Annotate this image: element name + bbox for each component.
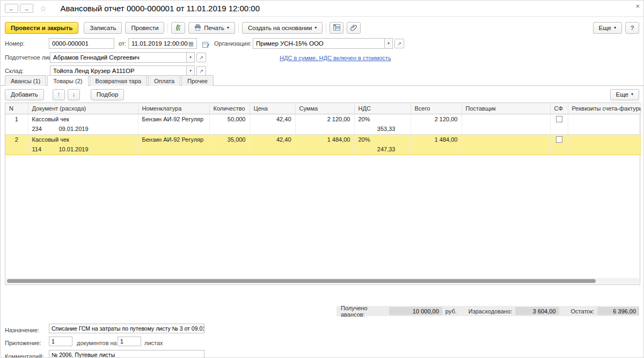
cell-n[interactable] — [5, 124, 28, 134]
organization-input[interactable]: Пример УСН-15% ООО — [253, 38, 385, 49]
cell-quantity[interactable] — [209, 124, 250, 134]
cell-sf[interactable] — [550, 144, 568, 155]
help-button[interactable]: ? — [625, 22, 639, 34]
edit-date-button[interactable] — [202, 39, 210, 50]
spreadsheet-report-button[interactable] — [330, 22, 343, 34]
person-dropdown-button[interactable]: ▾ — [187, 52, 195, 63]
cell-total[interactable]: 1 484,00 — [411, 134, 462, 144]
more-button[interactable]: Еще ▾ — [593, 22, 622, 34]
cell-nomenclature[interactable] — [138, 144, 209, 155]
cell-vat-rate[interactable]: 20% — [354, 134, 411, 144]
person-open-button[interactable]: ↗ — [196, 53, 206, 62]
cell-sf[interactable] — [550, 114, 568, 124]
organization-dropdown-button[interactable]: ▾ — [385, 38, 393, 49]
cell-sf[interactable] — [550, 134, 568, 144]
column-header-price[interactable]: Цена — [250, 103, 295, 114]
table-row[interactable]: 1 Кассовый чек Бензин АИ-92 Регуляр 50,0… — [5, 114, 641, 124]
organization-open-button[interactable]: ↗ — [394, 39, 404, 48]
cell-invoice-details[interactable] — [568, 124, 641, 134]
column-header-sum[interactable]: Сумма — [295, 103, 354, 114]
cell-quantity[interactable] — [209, 144, 250, 155]
table-row[interactable]: 23409.01.2019 353,33 — [5, 124, 641, 134]
cell-quantity[interactable]: 50,000 — [209, 114, 250, 124]
warehouse-open-button[interactable]: ↗ — [196, 66, 206, 76]
cell-nomenclature[interactable]: Бензин АИ-92 Регуляр — [138, 114, 209, 124]
warehouse-input[interactable]: Тойота Ленд Крузер А111ОР — [50, 65, 187, 76]
cell-nomenclature[interactable] — [138, 124, 209, 134]
cell-document[interactable]: Кассовый чек — [28, 134, 138, 144]
cell-total[interactable]: 2 120,00 — [411, 114, 462, 124]
tab-vozvratnaya-tara[interactable]: Возвратная тара — [90, 75, 148, 86]
table-row-selected[interactable]: 2 Кассовый чек Бензин АИ-92 Регуляр 35,0… — [5, 134, 641, 144]
cell-sum[interactable]: 2 120,00 — [295, 114, 354, 124]
cell-document-details[interactable]: 23409.01.2019 — [28, 124, 138, 134]
cell-supplier[interactable] — [462, 144, 550, 155]
tab-prochee[interactable]: Прочее — [181, 75, 214, 86]
favorite-star-icon[interactable]: ☆ — [40, 4, 47, 13]
post-button[interactable]: Провести — [125, 22, 164, 34]
forward-button[interactable]: → — [20, 4, 33, 13]
cell-total[interactable] — [411, 144, 462, 155]
sf-checkbox[interactable] — [556, 136, 562, 143]
cell-supplier[interactable] — [462, 114, 550, 124]
cell-sum[interactable] — [295, 144, 354, 155]
cell-sum[interactable]: 1 484,00 — [295, 134, 354, 144]
date-input[interactable]: 11.01.2019 12:00:00 ▦ — [128, 38, 197, 49]
column-header-nomenclature[interactable]: Номенклатура — [138, 103, 209, 114]
create-on-basis-button[interactable]: Создать на основании ▾ — [242, 22, 323, 34]
print-button[interactable]: Печать ▾ — [188, 22, 235, 34]
add-row-button[interactable]: Добавить — [5, 89, 44, 100]
cell-document-details[interactable]: 11410.01.2019 — [28, 144, 138, 155]
cell-n[interactable] — [5, 144, 28, 155]
tab-oplata[interactable]: Оплата — [148, 75, 180, 86]
back-button[interactable]: ← — [5, 4, 18, 13]
cell-sum[interactable] — [295, 124, 354, 134]
column-header-sf[interactable]: СФ — [550, 103, 568, 114]
attachments-button[interactable] — [347, 22, 361, 34]
column-header-quantity[interactable]: Количество — [209, 103, 250, 114]
post-and-close-button[interactable]: Провести и закрыть — [5, 22, 78, 34]
cell-invoice-details[interactable] — [568, 134, 641, 144]
close-icon[interactable]: × — [635, 2, 640, 10]
vat-settings-link[interactable]: НДС в сумме, НДС включен в стоимость — [280, 55, 391, 61]
column-header-total[interactable]: Всего — [411, 103, 462, 114]
comment-input[interactable]: № 2006. Путевые листы — [49, 350, 204, 358]
cell-price[interactable]: 42,40 — [250, 134, 295, 144]
cell-n[interactable]: 2 — [5, 134, 28, 144]
cell-price[interactable] — [250, 144, 295, 155]
move-up-button[interactable]: ↑ — [53, 89, 65, 100]
warehouse-dropdown-button[interactable]: ▾ — [187, 65, 195, 76]
debit-credit-button[interactable]: ДтКт — [171, 22, 185, 34]
cell-sf[interactable] — [550, 124, 568, 134]
table-more-button[interactable]: Еще ▾ — [610, 89, 639, 100]
cell-vat-rate[interactable]: 20% — [354, 114, 411, 124]
cell-price[interactable] — [250, 124, 295, 134]
save-button[interactable]: Записать — [84, 22, 122, 34]
calendar-icon[interactable]: ▦ — [188, 40, 194, 47]
cell-n[interactable]: 1 — [5, 114, 28, 124]
column-header-n[interactable]: N — [5, 103, 28, 114]
cell-document[interactable]: Кассовый чек — [28, 114, 138, 124]
column-header-invoice-details[interactable]: Реквизиты счета-фактуры — [568, 103, 641, 114]
sf-checkbox[interactable] — [556, 116, 562, 122]
tab-tovary[interactable]: Товары (2) — [47, 75, 88, 86]
cell-quantity[interactable]: 35,000 — [209, 134, 250, 144]
table-row-selected[interactable]: 11410.01.2019 247,33 — [5, 144, 641, 155]
person-input[interactable]: Абрамов Геннадий Сергеевич — [50, 52, 187, 63]
column-header-vat[interactable]: НДС — [354, 103, 411, 114]
pick-button[interactable]: Подбор — [91, 89, 125, 100]
horizontal-scrollbar[interactable] — [6, 278, 639, 284]
cell-vat-sum[interactable]: 353,33 — [354, 124, 411, 134]
cell-price[interactable]: 42,40 — [250, 114, 295, 124]
cell-vat-sum[interactable]: 247,33 — [354, 144, 411, 155]
number-input[interactable]: 0000-000001 — [49, 38, 114, 49]
scrollbar-thumb[interactable] — [7, 279, 596, 283]
cell-total[interactable] — [411, 124, 462, 134]
attachment-sheets-input[interactable]: 1 — [118, 337, 141, 346]
tab-avansy[interactable]: Авансы (1) — [5, 75, 46, 86]
cell-invoice-details[interactable] — [568, 114, 641, 124]
column-header-document[interactable]: Документ (расхода) — [28, 103, 138, 114]
purpose-input[interactable]: Списание ГСМ на затраты по путевому лист… — [49, 324, 204, 333]
column-header-supplier[interactable]: Поставщик — [462, 103, 550, 114]
cell-supplier[interactable] — [462, 134, 550, 144]
